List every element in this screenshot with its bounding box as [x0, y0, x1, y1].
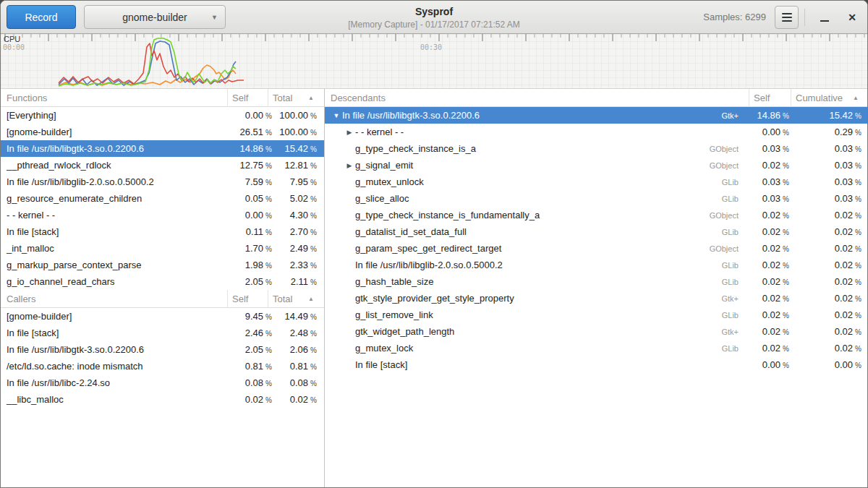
row-cumulative-value: 0.02% — [789, 309, 861, 320]
row-function-name: g_type_check_instance_is_a — [355, 143, 710, 154]
functions-self-column-header[interactable]: Self — [227, 89, 268, 107]
tree-row[interactable]: ▶g_signal_emitGObject0.02%0.03% — [325, 157, 867, 174]
row-cumulative-value: 0.02% — [789, 326, 861, 337]
percent-sign: % — [310, 330, 317, 338]
close-icon: ✕ — [848, 12, 856, 23]
cpu-timeline-graph[interactable]: CPU 00:00 00:30 — [1, 34, 867, 89]
tree-row[interactable]: ▶- - kernel - -0.00%0.29% — [325, 124, 867, 140]
tree-row[interactable]: In file [stack]0.00%0.00% — [325, 356, 867, 373]
table-row[interactable]: In file /usr/lib/libglib-2.0.so.0.5000.2… — [1, 174, 324, 190]
table-row[interactable]: g_io_channel_read_chars2.05%2.11% — [1, 273, 324, 290]
table-row[interactable]: In file /usr/lib/libgtk-3.so.0.2200.614.… — [1, 140, 324, 157]
tree-row[interactable]: g_list_remove_linkGLib0.02%0.02% — [325, 307, 867, 323]
percent-sign: % — [265, 262, 272, 270]
callers-total-column-header[interactable]: Total ▲ — [268, 290, 317, 308]
tree-row[interactable]: g_param_spec_get_redirect_targetGObject0… — [325, 240, 867, 257]
hamburger-menu-button[interactable] — [775, 6, 799, 29]
tree-row[interactable]: gtk_widget_path_lengthGtk+0.02%0.02% — [325, 323, 867, 340]
percent-sign: % — [310, 346, 317, 354]
percent-sign: % — [310, 380, 317, 388]
row-function-name: g_signal_emit — [355, 160, 710, 171]
tree-row[interactable]: g_mutex_unlockGLib0.03%0.03% — [325, 174, 867, 190]
table-row[interactable]: In file [stack]0.11%2.70% — [1, 223, 324, 240]
library-badge: GLib — [722, 344, 739, 353]
record-button[interactable]: Record — [7, 5, 76, 29]
percent-sign: % — [783, 228, 789, 236]
table-row[interactable]: /etc/ld.so.cache: inode mismatch0.81%0.8… — [1, 358, 324, 374]
row-cumulative-value: 0.03% — [789, 143, 861, 154]
row-function-name: In file [stack] — [1, 328, 227, 338]
table-row[interactable]: In file /usr/lib/libc-2.24.so0.08%0.08% — [1, 374, 324, 391]
sort-ascending-icon: ▲ — [308, 296, 314, 302]
tree-row[interactable]: g_slice_allocGLib0.03%0.03% — [325, 190, 867, 207]
row-total-value: 2.48% — [272, 328, 317, 338]
table-row[interactable]: g_markup_parse_context_parse1.98%2.33% — [1, 257, 324, 273]
table-row[interactable]: __libc_malloc0.02%0.02% — [1, 391, 324, 408]
row-function-name: In file [stack] — [355, 359, 746, 370]
percent-sign: % — [265, 245, 272, 253]
percent-sign: % — [265, 145, 272, 153]
table-row[interactable]: - - kernel - -0.00%4.30% — [1, 207, 324, 223]
tree-row[interactable]: gtk_style_provider_get_style_propertyGtk… — [325, 290, 867, 307]
tree-row[interactable]: g_type_check_instance_is_fundamentally_a… — [325, 207, 867, 223]
library-badge: Gtk+ — [721, 294, 739, 303]
table-row[interactable]: In file /usr/lib/libgtk-3.so.0.2200.62.0… — [1, 341, 324, 358]
percent-sign: % — [783, 361, 789, 369]
table-row[interactable]: g_resource_enumerate_children0.05%5.02% — [1, 190, 324, 207]
table-row[interactable]: [gnome-builder]9.45%14.49% — [1, 308, 324, 325]
tree-row[interactable]: ▼In file /usr/lib/libgtk-3.so.0.2200.6Gt… — [325, 107, 867, 124]
table-row[interactable]: __pthread_rwlock_rdlock12.75%12.81% — [1, 157, 324, 174]
triangle-collapsed-icon[interactable]: ▶ — [344, 162, 355, 169]
row-function-name: __libc_malloc — [1, 394, 227, 405]
tree-row[interactable]: g_hash_table_sizeGLib0.02%0.02% — [325, 273, 867, 290]
header-separator — [804, 9, 805, 26]
main-content: Functions Self Total ▲ [Everything]0.00%… — [1, 89, 867, 487]
table-row[interactable]: [gnome-builder]26.51%100.00% — [1, 124, 324, 140]
descendants-self-column-header[interactable]: Self — [749, 89, 791, 107]
table-row[interactable]: _int_malloc1.70%2.49% — [1, 240, 324, 257]
percent-sign: % — [783, 278, 789, 286]
descendants-column-header[interactable]: Descendants — [325, 93, 749, 103]
close-button[interactable]: ✕ — [844, 9, 860, 25]
callers-column-header[interactable]: Callers — [1, 294, 227, 304]
descendants-cumulative-column-header[interactable]: Cumulative ▲ — [791, 89, 861, 107]
tree-row[interactable]: g_type_check_instance_is_aGObject0.03%0.… — [325, 140, 867, 157]
percent-sign: % — [265, 330, 272, 338]
row-total-value: 2.06% — [272, 344, 317, 355]
percent-sign: % — [855, 262, 861, 270]
functions-total-column-header[interactable]: Total ▲ — [268, 89, 317, 107]
percent-sign: % — [783, 312, 789, 320]
row-function-name: - - kernel - - — [1, 210, 227, 221]
triangle-expanded-icon[interactable]: ▼ — [331, 112, 342, 119]
minimize-button[interactable] — [817, 9, 833, 25]
percent-sign: % — [855, 212, 861, 220]
process-selector-dropdown[interactable]: gnome-builder ▼ — [84, 5, 226, 29]
row-function-name: g_type_check_instance_is_fundamentally_a — [355, 210, 710, 221]
percent-sign: % — [783, 328, 789, 336]
table-row[interactable]: In file [stack]2.46%2.48% — [1, 325, 324, 341]
tree-row[interactable]: g_mutex_lockGLib0.02%0.02% — [325, 340, 867, 356]
percent-sign: % — [783, 179, 789, 187]
functions-column-header[interactable]: Functions — [1, 93, 227, 103]
percent-sign: % — [855, 345, 861, 353]
percent-sign: % — [265, 396, 272, 404]
row-self-value: 0.03% — [746, 193, 789, 204]
row-function-name: g_resource_enumerate_children — [1, 193, 227, 204]
percent-sign: % — [855, 295, 861, 303]
timeline-start-label: 00:00 — [3, 43, 25, 51]
percent-sign: % — [855, 361, 861, 369]
row-function-name: g_hash_table_size — [355, 276, 722, 287]
row-function-name: In file /usr/lib/libgtk-3.so.0.2200.6 — [342, 110, 721, 121]
row-cumulative-value: 0.02% — [789, 210, 861, 221]
tree-row[interactable]: g_datalist_id_set_data_fullGLib0.02%0.02… — [325, 223, 867, 240]
row-function-name: [gnome-builder] — [1, 311, 227, 322]
chevron-down-icon: ▼ — [211, 14, 218, 21]
table-row[interactable]: [Everything]0.00%100.00% — [1, 107, 324, 124]
triangle-collapsed-icon[interactable]: ▶ — [344, 129, 355, 136]
callers-self-column-header[interactable]: Self — [227, 290, 268, 308]
row-self-value: 0.05% — [227, 193, 272, 204]
tree-row[interactable]: In file /usr/lib/libglib-2.0.so.0.5000.2… — [325, 257, 867, 273]
row-self-value: 0.11% — [227, 226, 272, 237]
row-self-value: 0.03% — [746, 176, 789, 187]
percent-sign: % — [855, 312, 861, 320]
